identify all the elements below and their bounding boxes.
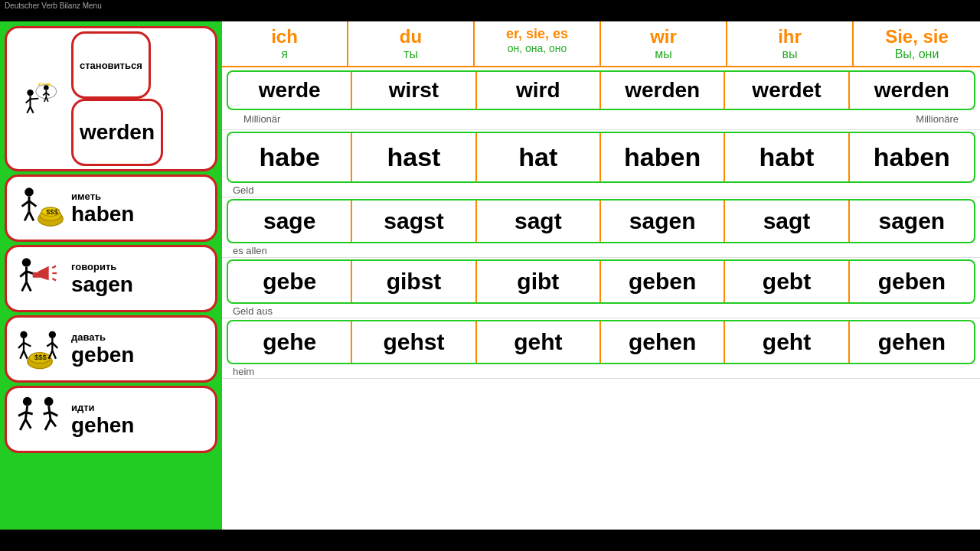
verb-cell-geben-ich: gebe bbox=[228, 261, 352, 302]
verb-cell-werden-er: wird bbox=[477, 72, 601, 109]
svg-line-28 bbox=[22, 282, 27, 292]
svg-text:$$$: $$$ bbox=[34, 354, 47, 361]
svg-line-42 bbox=[20, 350, 24, 359]
verb-cell-werden-sie: werden bbox=[850, 72, 974, 109]
pronoun-de-wir: wir bbox=[604, 26, 723, 47]
icon-haben: $$$ bbox=[13, 185, 67, 231]
vocab-item-geben: $$$ давать bbox=[5, 315, 217, 383]
svg-point-50 bbox=[23, 397, 32, 406]
pronoun-ru-sie: Вы, они bbox=[857, 47, 977, 61]
verb-cell-haben-ihr: habt bbox=[725, 133, 849, 181]
verb-cell-gehen-ihr: geht bbox=[725, 321, 849, 363]
svg-point-44 bbox=[49, 331, 56, 338]
verb-cell-geben-wir: geben bbox=[601, 261, 725, 302]
svg-line-32 bbox=[52, 266, 56, 268]
example-sagen: es allen bbox=[222, 243, 278, 259]
pronoun-ru-du: ты bbox=[351, 47, 470, 61]
header-ihr: ihr вы bbox=[727, 21, 854, 66]
svg-line-29 bbox=[27, 282, 31, 292]
pronoun-de-du: du bbox=[351, 26, 470, 47]
german-gehen: gehen bbox=[71, 413, 209, 438]
german-geben: geben bbox=[71, 343, 209, 367]
verb-cell-sagen-er: sagt bbox=[477, 201, 601, 242]
svg-line-34 bbox=[52, 279, 56, 280]
header-row: ich я du ты er, sie, es он, она, оно wir… bbox=[222, 21, 980, 67]
verb-cell-sagen-wir: sagen bbox=[601, 201, 725, 242]
icon-sagen bbox=[13, 256, 67, 302]
svg-line-60 bbox=[45, 419, 51, 430]
russian-sagen: говорить bbox=[71, 261, 209, 272]
svg-line-43 bbox=[24, 350, 28, 359]
verb-cell-gehen-du: gehst bbox=[352, 321, 476, 363]
pronoun-ru-ihr: вы bbox=[730, 47, 849, 61]
vocab-item-sagen: говорить sagen bbox=[5, 245, 217, 312]
verb-cell-haben-ich: habe bbox=[228, 133, 352, 181]
svg-line-55 bbox=[25, 419, 31, 429]
verb-row-gehen: gehe gehst geht gehen geht gehen heim bbox=[222, 318, 980, 379]
example-geben: Geld aus bbox=[222, 304, 283, 320]
svg-rect-31 bbox=[33, 272, 40, 278]
verb-cell-geben-er: gibt bbox=[477, 261, 601, 302]
svg-line-49 bbox=[52, 350, 56, 359]
pronoun-ru-er: он, она, оно bbox=[478, 42, 596, 54]
svg-line-59 bbox=[51, 412, 57, 416]
verb-row-sagen: sage sagst sagt sagen sagt sagen es alle… bbox=[222, 197, 980, 258]
verb-cell-sagen-ich: sage bbox=[228, 201, 352, 242]
header-ich: ich я bbox=[222, 21, 348, 66]
example-gehen: heim bbox=[222, 364, 265, 380]
verb-cell-geben-ihr: gebt bbox=[725, 261, 849, 302]
svg-point-56 bbox=[44, 397, 54, 406]
verb-rows: werde wirst wird werden werdet werden Mi… bbox=[222, 67, 980, 530]
header-wir: wir мы bbox=[601, 21, 727, 66]
top-black-bar: Deutscher Verb Bilanz Menu bbox=[0, 0, 980, 21]
bottom-black-bar bbox=[0, 530, 980, 551]
svg-point-24 bbox=[22, 258, 31, 267]
verb-cell-werden-wir: werden bbox=[601, 72, 725, 109]
icon-geben: $$$ bbox=[13, 326, 67, 372]
verb-cell-gehen-ich: gehe bbox=[228, 321, 352, 363]
main-content: становиться werden $$$ bbox=[0, 21, 980, 530]
russian-gehen: идти bbox=[71, 402, 209, 413]
german-sagen: sagen bbox=[71, 272, 209, 297]
svg-line-54 bbox=[20, 419, 25, 430]
svg-line-7 bbox=[31, 106, 34, 112]
verb-cell-sagen-du: sagst bbox=[352, 201, 476, 242]
verb-row-haben: habe hast hat haben habt haben Geld bbox=[222, 130, 980, 197]
svg-line-52 bbox=[18, 412, 25, 416]
svg-text:$$$: $$$ bbox=[46, 208, 58, 216]
svg-line-61 bbox=[51, 419, 56, 426]
vocab-item-werden: становиться werden bbox=[5, 26, 217, 171]
verb-cell-werden-ihr: werdet bbox=[725, 72, 849, 109]
verb-cell-gehen-wir: gehen bbox=[601, 321, 725, 363]
right-panel: ich я du ты er, sie, es он, она, оно wir… bbox=[222, 21, 980, 530]
russian-haben: иметь bbox=[71, 191, 209, 202]
svg-line-6 bbox=[27, 106, 30, 112]
verb-cell-haben-wir: haben bbox=[601, 133, 725, 181]
svg-line-19 bbox=[29, 212, 34, 221]
verb-cell-haben-du: hast bbox=[352, 133, 476, 181]
russian-werden: становиться bbox=[71, 31, 151, 99]
vocab-item-haben: $$$ иметь haben bbox=[5, 174, 217, 242]
verb-cells-sagen: sage sagst sagt sagen sagt sagen bbox=[227, 199, 975, 243]
svg-point-38 bbox=[20, 331, 27, 338]
pronoun-de-ihr: ihr bbox=[730, 26, 849, 47]
example-haben: Geld bbox=[222, 183, 264, 199]
russian-geben: давать bbox=[71, 331, 209, 343]
svg-point-2 bbox=[27, 90, 33, 96]
verb-cell-gehen-sie: gehen bbox=[850, 321, 974, 363]
verb-cells-geben: gebe gibst gibt geben gebt geben bbox=[227, 259, 975, 304]
verb-cell-werden-du: wirst bbox=[352, 72, 476, 109]
verb-cell-haben-er: hat bbox=[477, 133, 601, 181]
verb-cell-geben-sie: geben bbox=[850, 261, 974, 302]
icon-werden bbox=[13, 76, 67, 122]
german-werden: werden bbox=[71, 99, 163, 166]
verb-cell-gehen-er: geht bbox=[477, 321, 601, 363]
verb-cells-werden: werde wirst wird werden werdet werden bbox=[227, 70, 975, 110]
example2-werden: Millionäre bbox=[905, 112, 969, 128]
verb-cells-haben: habe hast hat haben habt haben bbox=[227, 132, 975, 183]
example-werden: Millionär bbox=[233, 112, 291, 128]
vocab-item-gehen: идти gehen bbox=[5, 386, 217, 453]
header-sie-sie: Sie, sie Вы, они bbox=[854, 21, 980, 66]
header-du: du ты bbox=[348, 21, 475, 66]
header-er-sie-es: er, sie, es он, она, оно bbox=[475, 21, 601, 66]
